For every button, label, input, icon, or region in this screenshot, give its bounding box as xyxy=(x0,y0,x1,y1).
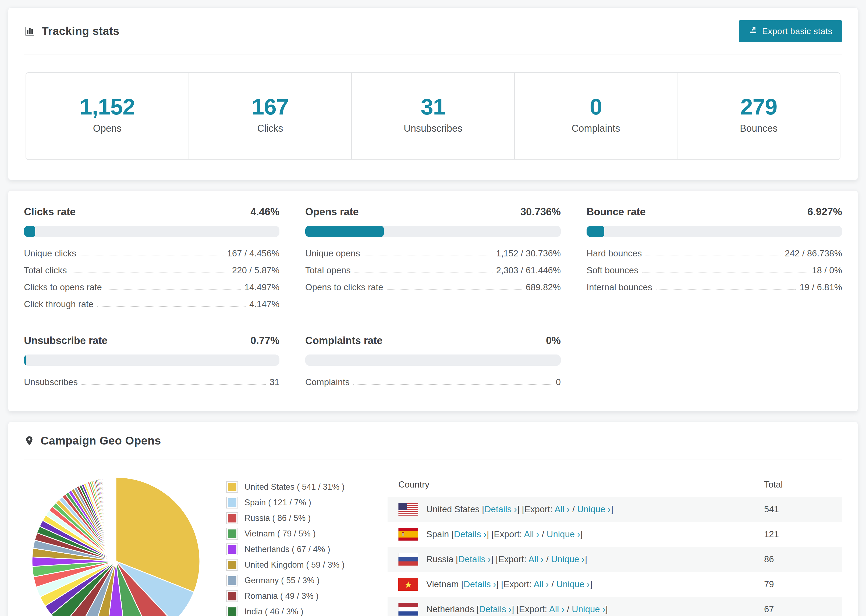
export-all-link[interactable]: All › xyxy=(549,604,565,614)
rate-progress-fill xyxy=(24,355,26,366)
country-name: United States xyxy=(426,504,480,514)
stat-label: Opens xyxy=(26,123,189,134)
legend-swatch xyxy=(226,481,238,493)
rate-title: Bounce rate xyxy=(587,206,646,218)
flag-nl-icon xyxy=(398,603,418,616)
legend-item: United States ( 541 / 31% ) xyxy=(226,481,377,493)
table-row: Russia [Details ›] [Export: All › / Uniq… xyxy=(387,547,842,572)
export-unique-link[interactable]: Unique › xyxy=(577,504,611,514)
metric-label: Unique clicks xyxy=(24,248,76,259)
details-link[interactable]: Details › xyxy=(454,529,487,539)
flag-vn-icon xyxy=(398,578,418,591)
export-unique-link[interactable]: Unique › xyxy=(556,579,590,589)
rate-progress-fill xyxy=(587,226,604,237)
rate-panel: Complaints rate 0% Complaints 0 xyxy=(305,335,561,394)
legend-item: Russia ( 86 / 5% ) xyxy=(226,512,377,524)
summary-stat: 31 Unsubscribes xyxy=(351,73,514,159)
legend-item: Vietnam ( 79 / 5% ) xyxy=(226,528,377,540)
metric-value: 14.497% xyxy=(244,282,279,292)
legend-item: Spain ( 121 / 7% ) xyxy=(226,497,377,509)
rate-metric-rows: Unsubscribes 31 xyxy=(24,377,279,387)
table-row: Netherlands [Details ›] [Export: All › /… xyxy=(387,597,842,616)
metric-row: Unique clicks 167 / 4.456% xyxy=(24,248,279,259)
tracking-stats-header: Tracking stats Export basic stats xyxy=(24,8,842,55)
metric-leader xyxy=(71,272,228,273)
metric-value: 19 / 6.81% xyxy=(800,282,842,292)
legend-swatch xyxy=(226,575,238,586)
rate-value: 0% xyxy=(546,335,561,346)
metric-row: Unique opens 1,152 / 30.736% xyxy=(305,248,561,259)
rate-metric-rows: Complaints 0 xyxy=(305,377,561,387)
tracking-stats-card: Tracking stats Export basic stats 1,152 … xyxy=(8,8,858,180)
column-header-total: Total xyxy=(764,479,831,490)
rate-progress-track xyxy=(305,226,561,237)
details-link[interactable]: Details › xyxy=(484,504,517,514)
stat-value: 1,152 xyxy=(26,96,189,118)
legend-label: Vietnam ( 79 / 5% ) xyxy=(244,529,316,539)
rate-progress-track xyxy=(24,355,279,366)
metric-label: Unique opens xyxy=(305,248,360,259)
map-pin-icon xyxy=(24,435,35,447)
metric-leader xyxy=(354,272,493,273)
rate-metric-rows: Hard bounces 242 / 86.738% Soft bounces … xyxy=(587,248,842,292)
geo-pie-chart[interactable] xyxy=(20,473,216,616)
rate-progress-fill xyxy=(24,226,35,237)
legend-swatch xyxy=(226,544,238,555)
export-unique-link[interactable]: Unique › xyxy=(572,604,605,614)
metric-value: 220 / 5.87% xyxy=(232,265,279,275)
export-all-link[interactable]: All › xyxy=(554,504,570,514)
country-line: Netherlands [Details ›] [Export: All › /… xyxy=(426,604,608,614)
stat-label: Clicks xyxy=(189,123,351,134)
country-line: United States [Details ›] [Export: All ›… xyxy=(426,504,613,514)
metric-value: 31 xyxy=(269,377,279,387)
details-link[interactable]: Details › xyxy=(464,579,496,589)
legend-label: Spain ( 121 / 7% ) xyxy=(244,498,311,508)
metric-label: Unsubscribes xyxy=(24,377,78,387)
export-all-link[interactable]: All › xyxy=(524,529,539,539)
details-link[interactable]: Details › xyxy=(458,554,491,564)
metric-row: Soft bounces 18 / 0% xyxy=(587,265,842,275)
export-unique-link[interactable]: Unique › xyxy=(551,554,585,564)
metric-leader xyxy=(646,256,781,256)
tracking-stats-title: Tracking stats xyxy=(42,25,120,38)
flag-us-icon xyxy=(398,503,418,516)
legend-item: Romania ( 49 / 3% ) xyxy=(226,590,377,602)
legend-label: Netherlands ( 67 / 4% ) xyxy=(244,545,330,554)
export-all-link[interactable]: All › xyxy=(534,579,549,589)
summary-stat: 167 Clicks xyxy=(189,73,351,159)
legend-item: United Kingdom ( 59 / 3% ) xyxy=(226,559,377,571)
rate-value: 4.46% xyxy=(250,206,279,218)
flag-ru-icon xyxy=(398,553,418,566)
geo-legend: United States ( 541 / 31% ) Spain ( 121 … xyxy=(226,481,377,616)
country-line: Russia [Details ›] [Export: All › / Uniq… xyxy=(426,554,587,564)
details-link[interactable]: Details › xyxy=(479,604,512,614)
total-value: 79 xyxy=(764,579,831,589)
total-value: 67 xyxy=(764,604,831,614)
legend-item: Netherlands ( 67 / 4% ) xyxy=(226,544,377,555)
metric-label: Opens to clicks rate xyxy=(305,282,383,292)
summary-stat: 0 Complaints xyxy=(514,73,677,159)
metric-row: Internal bounces 19 / 6.81% xyxy=(587,282,842,292)
rate-metric-rows: Unique opens 1,152 / 30.736% Total opens… xyxy=(305,248,561,292)
rate-title: Unsubscribe rate xyxy=(24,335,107,346)
country-name: Russia xyxy=(426,554,453,564)
metric-row: Opens to clicks rate 689.82% xyxy=(305,282,561,292)
total-value: 86 xyxy=(764,554,831,564)
country-line: Vietnam [Details ›] [Export: All › / Uni… xyxy=(426,579,592,589)
metric-label: Internal bounces xyxy=(587,282,652,292)
metric-value: 167 / 4.456% xyxy=(227,248,280,259)
export-unique-link[interactable]: Unique › xyxy=(547,529,580,539)
country-name: Spain xyxy=(426,529,449,539)
geo-table-body: United States [Details ›] [Export: All ›… xyxy=(387,497,842,616)
metric-row: Click through rate 4.147% xyxy=(24,299,279,310)
stat-value: 279 xyxy=(677,96,840,118)
legend-swatch xyxy=(226,528,238,540)
geo-title-wrap: Campaign Geo Opens xyxy=(24,434,161,447)
export-icon xyxy=(748,25,757,37)
export-basic-stats-button[interactable]: Export basic stats xyxy=(739,20,842,42)
export-all-link[interactable]: All › xyxy=(529,554,544,564)
legend-label: Russia ( 86 / 5% ) xyxy=(244,513,311,523)
legend-swatch xyxy=(226,559,238,571)
metric-leader xyxy=(387,289,522,290)
country-name: Netherlands xyxy=(426,604,474,614)
